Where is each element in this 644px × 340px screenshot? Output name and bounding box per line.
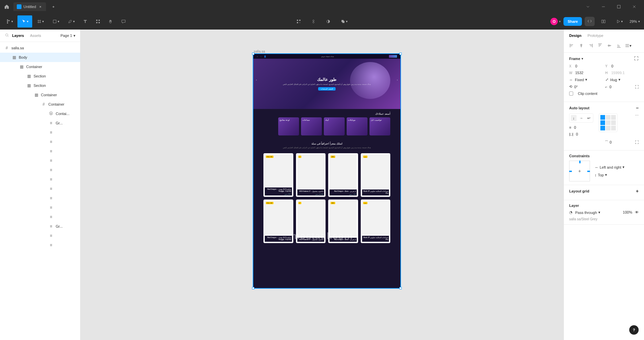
dev-mode-icon[interactable] (585, 17, 595, 26)
layer-row[interactable]: #salla.sa (0, 43, 80, 53)
autolayout-more-icon[interactable]: ⋯ (635, 113, 639, 118)
share-button[interactable]: Share (563, 17, 582, 26)
minimize-icon[interactable] (596, 1, 610, 12)
individual-padding-icon[interactable]: ⛶ (635, 140, 639, 144)
avatar-container[interactable]: O ▾ (550, 18, 561, 25)
text-tool-icon[interactable] (79, 15, 91, 27)
layer-row[interactable]: ≡ (0, 212, 80, 222)
layer-row[interactable]: ⦿Contai... (0, 109, 80, 118)
clip-checkbox[interactable] (569, 92, 573, 96)
x-input[interactable]: 0 (575, 64, 577, 68)
union-icon[interactable]: ▾ (337, 15, 352, 27)
blend-mode-select[interactable]: Pass through ▾ (575, 210, 600, 215)
resize-handle-br[interactable] (399, 287, 402, 289)
frame-tool-icon[interactable]: ▾ (33, 15, 48, 27)
layer-row[interactable]: ▦Section (0, 81, 80, 90)
layer-row[interactable]: ≡Gr... (0, 118, 80, 128)
library-icon[interactable] (597, 15, 609, 27)
comment-tool-icon[interactable] (117, 15, 130, 27)
layer-row[interactable]: ≡ (0, 128, 80, 137)
direction-wrap-icon[interactable]: ↩ (586, 115, 592, 121)
resources-icon[interactable] (92, 15, 104, 27)
layer-row[interactable]: ▦Container (0, 90, 80, 100)
layer-row[interactable]: ▦Body (0, 53, 80, 62)
layer-row[interactable]: ≡ (0, 175, 80, 184)
layer-row[interactable]: ≡Gr... (0, 222, 80, 231)
svg-point-13 (299, 22, 300, 23)
gap-input[interactable]: 0 (574, 125, 576, 129)
width-mode[interactable]: Fixed ▾ (575, 77, 587, 82)
constraint-v-select[interactable]: ↕ Top ▾ (595, 173, 625, 177)
layer-row[interactable]: #Container (0, 100, 80, 109)
layer-row[interactable]: ≡ (0, 231, 80, 240)
selected-frame[interactable]: ⌕♡👤 منتجات تصنيفات عروض طور عالمك هناك ح… (253, 54, 401, 288)
layer-row[interactable]: ≡ (0, 193, 80, 203)
opacity-input[interactable]: 100% (623, 210, 632, 215)
pad-h-input[interactable]: 0 (576, 132, 578, 136)
components-icon[interactable] (293, 15, 305, 27)
direction-vertical-icon[interactable]: ↓ (571, 115, 577, 121)
mask-icon[interactable] (307, 15, 319, 27)
remove-autolayout-icon[interactable]: − (636, 105, 639, 111)
distribute-icon[interactable]: ▾ (624, 42, 632, 49)
direction-horizontal-icon[interactable]: → (579, 115, 584, 121)
layer-row[interactable]: ≡ (0, 156, 80, 165)
y-input[interactable]: 0 (611, 64, 613, 68)
chevron-down-icon[interactable] (581, 1, 595, 12)
align-hcenter-icon[interactable] (577, 42, 585, 49)
resize-fit-icon[interactable] (634, 56, 639, 61)
align-top-icon[interactable] (596, 42, 604, 49)
resize-handle-tl[interactable] (252, 53, 254, 55)
layer-row[interactable]: ≡ (0, 184, 80, 193)
assets-tab[interactable]: Assets (30, 34, 41, 38)
move-tool-icon[interactable]: ▾ (17, 15, 32, 27)
layer-row[interactable]: ≡ (0, 240, 80, 250)
resize-handle-tr[interactable] (399, 53, 402, 55)
pad-v-input[interactable]: 0 (610, 140, 612, 144)
add-grid-icon[interactable]: + (636, 188, 639, 194)
file-icon (17, 4, 21, 9)
present-icon[interactable]: ▾ (612, 15, 627, 27)
maximize-icon[interactable] (612, 1, 626, 12)
pen-tool-icon[interactable]: ▾ (64, 15, 79, 27)
align-left-icon[interactable] (568, 42, 576, 49)
height-input[interactable]: 15999.1 (611, 71, 625, 75)
layer-row[interactable]: ≡ (0, 147, 80, 156)
search-icon[interactable] (5, 33, 9, 38)
constraint-diagram[interactable]: + (569, 161, 590, 181)
hand-tool-icon[interactable] (105, 15, 117, 27)
align-bottom-icon[interactable] (615, 42, 623, 49)
figma-menu-icon[interactable]: ▾ (2, 15, 17, 27)
visibility-icon[interactable]: 👁 (635, 210, 639, 215)
width-input[interactable]: 1532 (575, 71, 583, 75)
height-mode[interactable]: Hug ▾ (610, 77, 621, 82)
radius-input[interactable]: 0 (609, 85, 611, 89)
align-right-icon[interactable] (587, 42, 595, 49)
frame-label[interactable]: salla.sa (254, 50, 265, 53)
boolean-icon[interactable] (322, 15, 334, 27)
layer-row[interactable]: ≡ (0, 203, 80, 212)
prototype-tab[interactable]: Prototype (588, 34, 603, 38)
layers-tab[interactable]: Layers (12, 34, 24, 38)
file-tab[interactable]: Untitled × (13, 2, 46, 11)
layer-row[interactable]: ▦Container (0, 62, 80, 71)
shape-tool-icon[interactable]: ▾ (48, 15, 63, 27)
layer-row[interactable]: ≡ (0, 137, 80, 147)
close-window-icon[interactable] (627, 1, 641, 12)
align-vcenter-icon[interactable] (605, 42, 613, 49)
help-button[interactable]: ? (629, 325, 639, 335)
rotation-input[interactable]: 0° (574, 85, 578, 89)
layer-row[interactable]: ▦Section (0, 71, 80, 81)
design-tab[interactable]: Design (569, 34, 582, 38)
add-tab-icon[interactable]: + (49, 3, 57, 11)
layer-row[interactable]: ≡ (0, 165, 80, 175)
resize-handle-bl[interactable] (252, 287, 254, 289)
home-icon[interactable] (3, 3, 11, 11)
page-selector[interactable]: Page 1 ▾ (60, 34, 76, 38)
constraint-h-select[interactable]: ↔ Left and right ▾ (595, 165, 625, 169)
canvas[interactable]: salla.sa ⌕♡👤 منتجات تصنيفات عروض طور عال… (81, 30, 563, 340)
close-tab-icon[interactable]: × (38, 4, 43, 9)
alignment-grid[interactable] (599, 113, 617, 132)
individual-corners-icon[interactable]: ⛶ (635, 85, 639, 89)
zoom-level[interactable]: 29%▾ (630, 19, 640, 23)
